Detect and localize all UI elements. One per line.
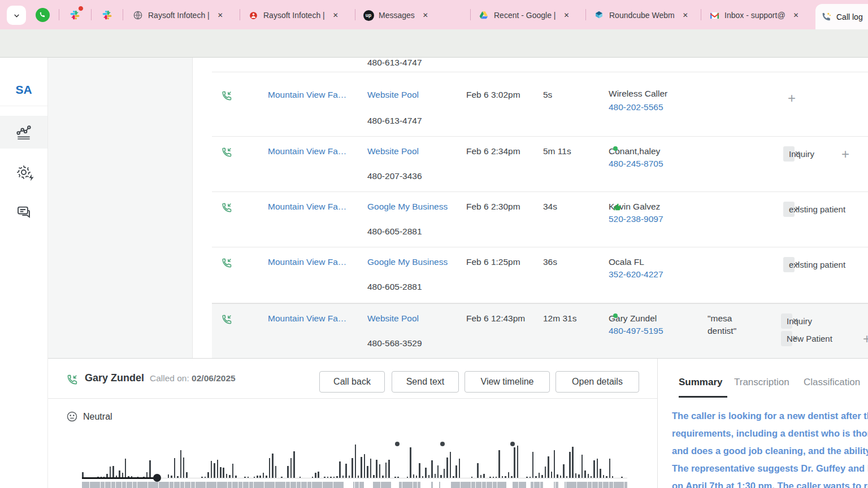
tab-close-icon[interactable]: ✕ [218, 11, 223, 19]
sentiment-label: Neutral [83, 412, 112, 422]
caller-phone-link[interactable]: 480-245-8705 [609, 159, 663, 169]
summary-text-line: The representative suggests Dr. Guffey a… [672, 463, 868, 474]
tag-chip[interactable]: existing patient✕ [783, 257, 795, 272]
waveform-bars [82, 426, 627, 478]
tag-chip[interactable]: existing patient✕ [783, 202, 795, 217]
call-duration: 12m 31s [543, 313, 576, 324]
talk-moment-marker [440, 442, 445, 446]
tab-close-icon[interactable]: ✕ [333, 11, 338, 19]
tab-roundcube[interactable]: Roundcube Webm ✕ [590, 5, 702, 25]
source-link[interactable]: Website Pool [367, 90, 419, 100]
playhead-handle[interactable] [153, 474, 161, 482]
remove-tag-icon[interactable]: ✕ [795, 257, 800, 272]
tab-raysoft-1[interactable]: Raysoft Infotech | ✕ [129, 5, 241, 25]
remove-tag-icon[interactable]: ✕ [795, 146, 800, 162]
caller-phone-link[interactable]: 480-497-5195 [609, 326, 663, 336]
globe-icon [132, 10, 144, 21]
tab-gmail[interactable]: Inbox - support@ ✕ [705, 5, 813, 25]
open-details-button[interactable]: Open details [555, 371, 639, 393]
tag-chip[interactable]: Inquiry✕ [783, 146, 795, 162]
add-tag-button[interactable]: + [788, 93, 796, 104]
caller-name: Wireless Caller [609, 89, 667, 99]
add-tag-button[interactable]: + [841, 149, 849, 160]
pinned-tab-slack-2[interactable] [99, 7, 114, 22]
tab-label: Inbox - support@ [724, 11, 785, 20]
sidebar-item-analytics[interactable] [0, 116, 47, 149]
tab-summary[interactable]: Summary [679, 377, 722, 388]
pinned-tab-whatsapp[interactable] [35, 7, 50, 22]
incoming-call-icon [220, 146, 233, 159]
tab-close-icon[interactable]: ✕ [563, 11, 569, 19]
sentiment-indicator: Neutral [66, 411, 112, 422]
tracking-number: 480-605-2881 [367, 282, 422, 292]
call-detail-panel: Gary Zundel Called on: 02/06/2025 Call b… [48, 358, 868, 488]
source-link[interactable]: Google My Business [367, 257, 448, 267]
red-site-icon [248, 10, 259, 21]
account-logo[interactable]: SA [0, 73, 47, 106]
add-tag-button[interactable]: + [863, 333, 868, 345]
caller-name: Ocala FL [609, 257, 644, 267]
source-link[interactable]: Website Pool [367, 313, 419, 324]
tab-transcription[interactable]: Transcription [734, 377, 789, 388]
table-row-selected[interactable]: Mountain View Fa… Website Pool 480-568-3… [212, 303, 868, 358]
table-row[interactable]: Mountain View Fa… Website Pool 480-207-3… [212, 137, 868, 192]
search-keyword: "mesa dentist" [708, 312, 760, 337]
tab-separator [59, 9, 59, 20]
tab-close-icon[interactable]: ✕ [683, 11, 688, 19]
incoming-call-icon [66, 373, 79, 386]
send-text-button[interactable]: Send text [392, 371, 459, 393]
caller-phone-link[interactable]: 480-202-5565 [609, 102, 663, 112]
callrail-app: SA [0, 58, 868, 488]
thumbs-up-icon [613, 203, 622, 211]
tab-classification[interactable]: Classification [804, 377, 860, 388]
table-row[interactable]: Mountain View Fa… Google My Business 480… [212, 247, 868, 303]
source-link[interactable]: Website Pool [367, 146, 419, 156]
tab-separator [585, 9, 586, 20]
call-back-button[interactable]: Call back [319, 371, 385, 393]
pinned-tab-slack-1[interactable] [67, 7, 82, 22]
caller-phone-link[interactable]: 352-620-4227 [609, 269, 663, 280]
tab-label: Messages [379, 11, 415, 20]
tab-google-drive[interactable]: Recent - Google | ✕ [475, 5, 587, 25]
view-timeline-button[interactable]: View timeline [465, 371, 550, 393]
waveform-progress [82, 477, 157, 479]
gear-bolt-icon [15, 164, 32, 181]
caller-name: Kevin Galvez [609, 202, 622, 212]
caller-phone-link[interactable]: 520-238-9097 [609, 214, 663, 224]
tag-chip[interactable]: Inquiry✕ [781, 313, 792, 329]
tab-call-log-active[interactable]: Call log [815, 4, 868, 29]
table-row-partial[interactable]: 480-613-4747 [212, 58, 868, 72]
sidebar-item-conversations[interactable] [0, 196, 47, 229]
tab-raysoft-2[interactable]: Raysoft Infotech | ✕ [244, 5, 356, 25]
company-link[interactable]: Mountain View Fa… [268, 90, 346, 100]
green-dot-indicator [613, 146, 618, 151]
tracking-number: 480-605-2881 [367, 226, 422, 237]
tab-close-icon[interactable]: ✕ [793, 11, 799, 19]
call-time: Feb 6 3:02pm [466, 90, 520, 100]
remove-tag-icon[interactable]: ✕ [795, 202, 800, 217]
tab-close-icon[interactable]: ✕ [423, 11, 428, 19]
incoming-call-icon [220, 90, 233, 102]
tab-messages[interactable]: up Messages ✕ [359, 5, 471, 25]
table-row[interactable]: Mountain View Fa… Google My Business 480… [212, 192, 868, 247]
sidebar-item-settings[interactable] [0, 156, 47, 189]
google-drive-icon [478, 10, 489, 21]
company-link[interactable]: Mountain View Fa… [268, 257, 346, 267]
incoming-call-icon [220, 313, 233, 326]
audio-waveform[interactable] [82, 426, 627, 488]
tag-chip[interactable]: New Patient✕ [781, 331, 792, 346]
source-link[interactable]: Google My Business [367, 202, 448, 212]
company-link[interactable]: Mountain View Fa… [268, 313, 346, 324]
company-link[interactable]: Mountain View Fa… [268, 202, 346, 212]
remove-tag-icon[interactable]: ✕ [792, 331, 798, 346]
tab-separator [470, 9, 471, 20]
tab-search-chevron-icon[interactable] [7, 6, 26, 25]
incoming-call-icon [220, 257, 233, 269]
gmail-icon [709, 10, 720, 21]
tracking-number: 480-207-3436 [367, 171, 422, 181]
table-row[interactable]: Mountain View Fa… Website Pool 480-613-4… [212, 72, 868, 137]
company-link[interactable]: Mountain View Fa… [268, 146, 346, 156]
call-duration: 5s [543, 90, 552, 100]
call-time: Feb 6 2:30pm [466, 202, 520, 212]
remove-tag-icon[interactable]: ✕ [792, 313, 798, 329]
